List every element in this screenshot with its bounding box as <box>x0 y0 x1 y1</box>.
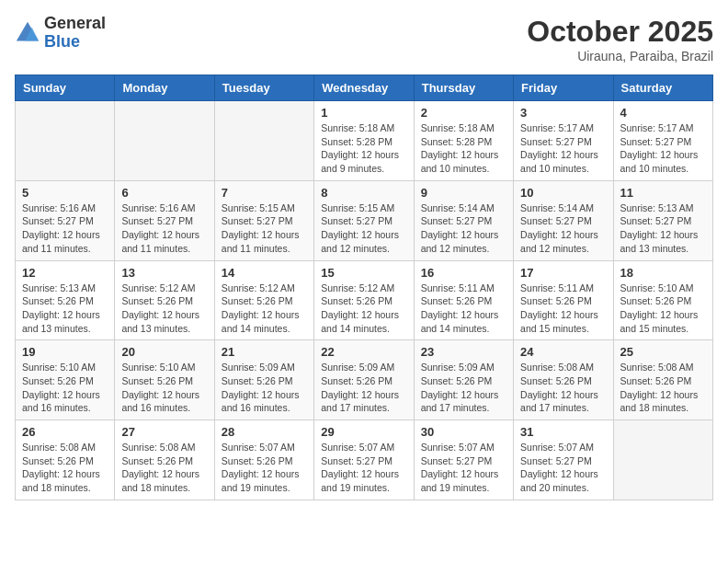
day-info: Sunrise: 5:13 AM Sunset: 5:27 PM Dayligh… <box>620 201 706 256</box>
day-info: Sunrise: 5:12 AM Sunset: 5:26 PM Dayligh… <box>222 282 307 336</box>
day-info: Sunrise: 5:12 AM Sunset: 5:26 PM Dayligh… <box>321 282 406 336</box>
day-info: Sunrise: 5:08 AM Sunset: 5:26 PM Dayligh… <box>520 361 606 415</box>
calendar-cell: 4Sunrise: 5:17 AM Sunset: 5:27 PM Daylig… <box>613 101 712 181</box>
col-header-sunday: Sunday <box>16 75 115 101</box>
day-info: Sunrise: 5:18 AM Sunset: 5:28 PM Dayligh… <box>421 121 506 176</box>
day-number: 1 <box>321 106 406 120</box>
calendar-subtitle: Uirauna, Paraiba, Brazil <box>527 49 713 63</box>
day-number: 23 <box>421 345 506 359</box>
day-number: 28 <box>222 425 307 439</box>
day-info: Sunrise: 5:07 AM Sunset: 5:26 PM Dayligh… <box>222 441 307 495</box>
calendar-cell: 1Sunrise: 5:18 AM Sunset: 5:28 PM Daylig… <box>314 101 414 181</box>
calendar-cell: 6Sunrise: 5:16 AM Sunset: 5:27 PM Daylig… <box>115 180 214 260</box>
calendar-cell: 13Sunrise: 5:12 AM Sunset: 5:26 PM Dayli… <box>115 260 214 340</box>
day-number: 16 <box>421 266 506 280</box>
calendar-cell: 9Sunrise: 5:14 AM Sunset: 5:27 PM Daylig… <box>414 180 513 260</box>
day-number: 9 <box>421 186 506 200</box>
day-info: Sunrise: 5:16 AM Sunset: 5:27 PM Dayligh… <box>121 201 207 256</box>
calendar-week-1: 1Sunrise: 5:18 AM Sunset: 5:28 PM Daylig… <box>16 101 713 181</box>
day-info: Sunrise: 5:11 AM Sunset: 5:26 PM Dayligh… <box>421 282 506 336</box>
page-header: General Blue October 2025 Uirauna, Parai… <box>15 15 713 63</box>
calendar-cell: 31Sunrise: 5:07 AM Sunset: 5:27 PM Dayli… <box>514 420 613 500</box>
day-number: 11 <box>620 186 706 200</box>
calendar-cell: 26Sunrise: 5:08 AM Sunset: 5:26 PM Dayli… <box>16 420 115 500</box>
day-info: Sunrise: 5:10 AM Sunset: 5:26 PM Dayligh… <box>22 361 108 415</box>
day-info: Sunrise: 5:16 AM Sunset: 5:27 PM Dayligh… <box>22 201 108 256</box>
calendar-week-4: 19Sunrise: 5:10 AM Sunset: 5:26 PM Dayli… <box>16 340 713 420</box>
day-number: 3 <box>520 106 606 120</box>
col-header-thursday: Thursday <box>414 75 513 101</box>
day-number: 19 <box>22 345 108 359</box>
calendar-cell: 27Sunrise: 5:08 AM Sunset: 5:26 PM Dayli… <box>115 420 214 500</box>
calendar-cell: 10Sunrise: 5:14 AM Sunset: 5:27 PM Dayli… <box>514 180 613 260</box>
day-info: Sunrise: 5:10 AM Sunset: 5:26 PM Dayligh… <box>620 282 706 336</box>
calendar-cell: 12Sunrise: 5:13 AM Sunset: 5:26 PM Dayli… <box>16 260 115 340</box>
calendar-cell: 29Sunrise: 5:07 AM Sunset: 5:27 PM Dayli… <box>314 420 414 500</box>
day-number: 15 <box>321 266 406 280</box>
day-info: Sunrise: 5:11 AM Sunset: 5:26 PM Dayligh… <box>520 282 606 336</box>
calendar-cell <box>16 101 115 181</box>
day-info: Sunrise: 5:09 AM Sunset: 5:26 PM Dayligh… <box>321 361 406 415</box>
col-header-tuesday: Tuesday <box>214 75 313 101</box>
day-info: Sunrise: 5:10 AM Sunset: 5:26 PM Dayligh… <box>121 361 207 415</box>
calendar-week-5: 26Sunrise: 5:08 AM Sunset: 5:26 PM Dayli… <box>16 420 713 500</box>
calendar-cell: 16Sunrise: 5:11 AM Sunset: 5:26 PM Dayli… <box>414 260 513 340</box>
calendar-cell: 24Sunrise: 5:08 AM Sunset: 5:26 PM Dayli… <box>514 340 613 420</box>
calendar-cell <box>115 101 214 181</box>
day-number: 22 <box>321 345 406 359</box>
day-number: 6 <box>121 186 207 200</box>
logo: General Blue <box>15 15 106 52</box>
day-number: 24 <box>520 345 606 359</box>
day-info: Sunrise: 5:15 AM Sunset: 5:27 PM Dayligh… <box>321 201 406 256</box>
calendar-header-row: SundayMondayTuesdayWednesdayThursdayFrid… <box>16 75 713 101</box>
calendar-cell: 14Sunrise: 5:12 AM Sunset: 5:26 PM Dayli… <box>214 260 313 340</box>
day-info: Sunrise: 5:09 AM Sunset: 5:26 PM Dayligh… <box>421 361 506 415</box>
day-info: Sunrise: 5:13 AM Sunset: 5:26 PM Dayligh… <box>22 282 108 336</box>
col-header-friday: Friday <box>514 75 613 101</box>
calendar-cell: 22Sunrise: 5:09 AM Sunset: 5:26 PM Dayli… <box>314 340 414 420</box>
col-header-wednesday: Wednesday <box>314 75 414 101</box>
logo-text: General Blue <box>44 15 106 52</box>
calendar-table: SundayMondayTuesdayWednesdayThursdayFrid… <box>15 75 713 500</box>
calendar-cell: 20Sunrise: 5:10 AM Sunset: 5:26 PM Dayli… <box>115 340 214 420</box>
calendar-title: October 2025 <box>527 15 713 49</box>
day-info: Sunrise: 5:08 AM Sunset: 5:26 PM Dayligh… <box>22 441 108 495</box>
calendar-week-2: 5Sunrise: 5:16 AM Sunset: 5:27 PM Daylig… <box>16 180 713 260</box>
calendar-cell: 25Sunrise: 5:08 AM Sunset: 5:26 PM Dayli… <box>613 340 712 420</box>
day-info: Sunrise: 5:14 AM Sunset: 5:27 PM Dayligh… <box>421 201 506 256</box>
day-number: 26 <box>22 425 108 439</box>
day-info: Sunrise: 5:17 AM Sunset: 5:27 PM Dayligh… <box>620 121 706 176</box>
day-number: 21 <box>222 345 307 359</box>
day-number: 13 <box>121 266 207 280</box>
day-info: Sunrise: 5:12 AM Sunset: 5:26 PM Dayligh… <box>121 282 207 336</box>
calendar-week-3: 12Sunrise: 5:13 AM Sunset: 5:26 PM Dayli… <box>16 260 713 340</box>
day-info: Sunrise: 5:08 AM Sunset: 5:26 PM Dayligh… <box>620 361 706 415</box>
calendar-cell: 2Sunrise: 5:18 AM Sunset: 5:28 PM Daylig… <box>414 101 513 181</box>
calendar-cell <box>214 101 313 181</box>
day-info: Sunrise: 5:07 AM Sunset: 5:27 PM Dayligh… <box>321 441 406 495</box>
day-info: Sunrise: 5:07 AM Sunset: 5:27 PM Dayligh… <box>520 441 606 495</box>
day-number: 17 <box>520 266 606 280</box>
calendar-cell: 18Sunrise: 5:10 AM Sunset: 5:26 PM Dayli… <box>613 260 712 340</box>
day-number: 18 <box>620 266 706 280</box>
day-info: Sunrise: 5:14 AM Sunset: 5:27 PM Dayligh… <box>520 201 606 256</box>
day-info: Sunrise: 5:17 AM Sunset: 5:27 PM Dayligh… <box>520 121 606 176</box>
calendar-cell: 5Sunrise: 5:16 AM Sunset: 5:27 PM Daylig… <box>16 180 115 260</box>
day-info: Sunrise: 5:08 AM Sunset: 5:26 PM Dayligh… <box>121 441 207 495</box>
day-info: Sunrise: 5:15 AM Sunset: 5:27 PM Dayligh… <box>222 201 307 256</box>
col-header-monday: Monday <box>115 75 214 101</box>
calendar-cell: 15Sunrise: 5:12 AM Sunset: 5:26 PM Dayli… <box>314 260 414 340</box>
day-number: 31 <box>520 425 606 439</box>
day-info: Sunrise: 5:18 AM Sunset: 5:28 PM Dayligh… <box>321 121 406 176</box>
calendar-cell: 8Sunrise: 5:15 AM Sunset: 5:27 PM Daylig… <box>314 180 414 260</box>
day-info: Sunrise: 5:09 AM Sunset: 5:26 PM Dayligh… <box>222 361 307 415</box>
day-number: 29 <box>321 425 406 439</box>
day-number: 12 <box>22 266 108 280</box>
logo-icon <box>15 20 40 46</box>
day-number: 10 <box>520 186 606 200</box>
col-header-saturday: Saturday <box>613 75 712 101</box>
day-number: 30 <box>421 425 506 439</box>
day-number: 5 <box>22 186 108 200</box>
calendar-cell: 28Sunrise: 5:07 AM Sunset: 5:26 PM Dayli… <box>214 420 313 500</box>
calendar-cell: 11Sunrise: 5:13 AM Sunset: 5:27 PM Dayli… <box>613 180 712 260</box>
